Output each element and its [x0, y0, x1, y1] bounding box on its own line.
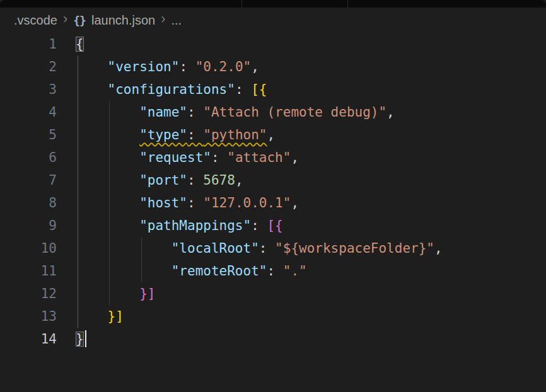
token-plain	[76, 59, 108, 74]
json-file-icon: {}	[73, 14, 86, 27]
token-key: "configurations"	[108, 82, 235, 97]
chevron-right-icon: ›	[161, 12, 165, 26]
token-plain: :	[259, 241, 275, 256]
code-line[interactable]: "host": "127.0.0.1",	[76, 192, 546, 214]
token-plain	[76, 309, 108, 324]
token-num: 5678	[203, 173, 235, 188]
token-key: "version"	[108, 59, 180, 74]
breadcrumb: .vscode › {} launch.json › ...	[0, 8, 546, 33]
line-number[interactable]: 7	[0, 169, 57, 192]
token-plain	[76, 82, 108, 97]
gutter: 1234567891011121314	[0, 33, 57, 350]
token-plain: :	[187, 195, 203, 210]
token-bracket2: [{	[267, 218, 282, 233]
token-key: "port"	[139, 173, 187, 188]
line-number[interactable]: 3	[0, 78, 57, 101]
line-number[interactable]: 8	[0, 192, 57, 214]
code-line[interactable]: "localRoot": "${workspaceFolder}",	[76, 237, 546, 260]
token-key: "localRoot"	[171, 241, 259, 256]
token-plain: :	[187, 105, 203, 120]
tab-divider	[347, 0, 348, 8]
token-key: "remoteRoot"	[171, 263, 267, 279]
code-line[interactable]: {	[76, 33, 546, 55]
token-plain: :	[187, 173, 203, 188]
token-str: "python"	[203, 127, 267, 142]
token-bracket2: }]	[139, 286, 155, 301]
token-str: "127.0.0.1"	[203, 195, 291, 210]
token-str: "."	[283, 263, 307, 279]
token-plain: ,	[251, 59, 259, 74]
code-line[interactable]: "type": "python",	[76, 124, 546, 146]
token-plain: ,	[267, 127, 275, 142]
token-plain	[76, 105, 139, 120]
token-str: "Attach (remote debug)"	[203, 105, 386, 120]
token-plain	[76, 263, 171, 279]
token-plain: ,	[291, 195, 299, 210]
token-key: "host"	[139, 195, 187, 210]
token-str: "attach"	[227, 150, 291, 165]
code-line[interactable]: "version": "0.2.0",	[76, 55, 546, 78]
token-plain	[76, 218, 139, 233]
token-plain	[76, 127, 139, 142]
code-line[interactable]: "remoteRoot": "."	[76, 260, 546, 282]
line-number[interactable]: 4	[0, 101, 57, 124]
line-number[interactable]: 9	[0, 214, 57, 237]
token-plain: :	[251, 218, 267, 233]
token-str: "0.2.0"	[195, 59, 252, 74]
token-plain: ,	[235, 173, 243, 188]
tab-divider	[241, 0, 242, 8]
code-line[interactable]: "port": 5678,	[76, 169, 546, 192]
token-plain: ,	[386, 105, 395, 120]
token-plain: :	[211, 150, 227, 165]
token-bracket1: }]	[108, 309, 124, 324]
line-number[interactable]: 1	[0, 33, 57, 55]
token-key: "type"	[139, 127, 187, 142]
breadcrumb-more[interactable]: ...	[171, 13, 182, 28]
token-plain: :	[187, 127, 203, 142]
line-number[interactable]: 10	[0, 237, 57, 260]
token-key: "request"	[139, 150, 211, 165]
token-plain: ,	[291, 150, 299, 165]
line-number[interactable]: 5	[0, 124, 57, 146]
token-plain	[76, 241, 171, 256]
line-number[interactable]: 11	[0, 260, 57, 282]
line-number[interactable]: 12	[0, 282, 57, 305]
code-line[interactable]: }]	[76, 305, 546, 328]
token-key: "pathMappings"	[139, 218, 251, 233]
line-number[interactable]: 6	[0, 146, 57, 169]
token-plain	[76, 150, 139, 165]
code-line[interactable]: "configurations": [{	[76, 78, 546, 101]
line-number[interactable]: 2	[0, 55, 57, 78]
breadcrumb-file[interactable]: launch.json	[91, 13, 155, 28]
token-bracket1: [{	[251, 82, 267, 97]
breadcrumb-folder[interactable]: .vscode	[14, 13, 57, 28]
token-plain	[76, 286, 139, 301]
code-line[interactable]: "request": "attach",	[76, 146, 546, 169]
token-plain	[76, 195, 139, 210]
code-line[interactable]: "name": "Attach (remote debug)",	[76, 101, 546, 124]
line-number[interactable]: 13	[0, 305, 57, 328]
token-plain: :	[235, 82, 251, 97]
code-line[interactable]: }]	[76, 282, 546, 305]
code-line[interactable]: }	[76, 328, 546, 350]
token-plain	[76, 173, 139, 188]
editor[interactable]: 1234567891011121314 { "version": "0.2.0"…	[0, 33, 546, 350]
token-key: "name"	[139, 105, 187, 120]
token-str: "${workspaceFolder}"	[275, 241, 434, 256]
token-plain: :	[179, 59, 195, 74]
text-cursor	[85, 330, 86, 347]
vscode-window: .vscode › {} launch.json › ... 123456789…	[0, 0, 546, 392]
token-plain: ,	[434, 241, 443, 256]
bracket-match-token: {	[76, 37, 84, 52]
code-area[interactable]: { "version": "0.2.0", "configurations": …	[76, 33, 546, 350]
top-strip	[0, 0, 546, 8]
bracket-match-token: }	[76, 331, 84, 347]
line-number[interactable]: 14	[0, 328, 57, 350]
code-line[interactable]: "pathMappings": [{	[76, 214, 546, 237]
chevron-right-icon: ›	[63, 12, 67, 26]
token-plain: :	[267, 263, 282, 279]
